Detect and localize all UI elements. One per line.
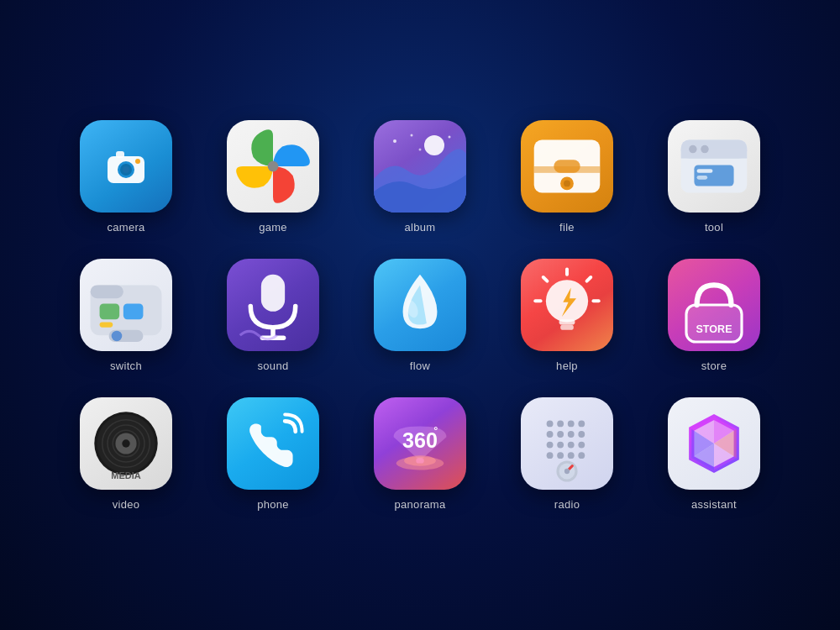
app-item-file[interactable]: file [517,120,617,234]
svg-rect-24 [697,176,708,180]
app-item-tool[interactable]: tool [664,120,764,234]
svg-rect-23 [697,169,713,173]
camera-icon [101,141,151,192]
svg-point-72 [557,452,564,459]
svg-point-7 [424,135,444,155]
app-item-video[interactable]: MEDIA video [76,397,176,511]
album-icon [374,120,466,213]
flow-label: flow [410,360,430,372]
svg-rect-38 [560,324,574,329]
svg-line-40 [587,277,591,281]
svg-point-67 [547,441,554,448]
svg-point-71 [547,452,554,459]
sound-icon-wrapper [227,259,319,351]
svg-rect-27 [100,303,120,319]
app-item-assistant[interactable]: assistant [664,397,764,511]
album-label: album [405,221,436,234]
flow-icon-wrapper [374,259,466,351]
assistant-icon-wrapper [668,397,760,490]
svg-line-41 [543,277,548,281]
app-grid: camera game [59,103,781,528]
video-icon: MEDIA [80,397,172,490]
svg-point-9 [411,134,413,136]
file-icon-wrapper [521,120,613,213]
svg-point-61 [568,420,575,427]
radio-label: radio [554,498,580,511]
video-label: video [113,498,140,511]
flow-icon [374,259,466,351]
svg-point-60 [557,420,564,427]
app-item-album[interactable]: album [370,120,470,234]
phone-icon [227,397,319,490]
help-label: help [556,360,578,372]
svg-text:MEDIA: MEDIA [111,470,141,480]
svg-point-73 [568,452,575,459]
tool-icon [668,120,760,213]
svg-point-70 [578,441,585,448]
switch-icon [80,259,172,351]
svg-rect-28 [123,303,144,319]
phone-icon-wrapper [227,397,319,490]
svg-point-78 [564,468,570,473]
panorama-label: panorama [395,498,446,511]
camera-icon-wrapper [80,120,172,213]
svg-rect-14 [554,160,580,173]
file-label: file [559,221,575,234]
assistant-icon [668,397,760,490]
app-item-flow[interactable]: flow [370,259,470,372]
switch-icon-wrapper [80,259,172,351]
sound-icon [227,259,319,351]
svg-point-20 [689,144,696,152]
app-item-help[interactable]: help [517,259,617,372]
app-item-panorama[interactable]: 360 ° panorama [370,397,470,511]
svg-point-66 [578,431,585,438]
tool-label: tool [705,221,723,234]
svg-point-63 [547,431,554,438]
album-icon-wrapper [374,120,466,213]
svg-rect-58 [416,458,423,463]
svg-point-21 [701,144,708,152]
svg-point-8 [393,139,396,143]
help-icon-wrapper [521,259,613,351]
svg-rect-29 [100,322,113,327]
app-item-store[interactable]: STORE store [664,259,764,372]
camera-label: camera [107,221,144,234]
radio-icon-wrapper [521,397,613,490]
svg-point-62 [578,420,585,427]
app-item-sound[interactable]: sound [223,259,323,372]
app-item-radio[interactable]: radio [517,397,617,511]
svg-rect-37 [559,319,575,324]
store-icon-wrapper: STORE [668,259,760,351]
store-label: store [701,360,727,372]
video-icon-wrapper: MEDIA [80,397,172,490]
svg-point-6 [268,160,279,171]
svg-point-5 [135,159,140,164]
svg-point-68 [557,441,564,448]
assistant-label: assistant [691,498,737,511]
svg-point-31 [112,330,123,341]
svg-rect-32 [261,274,285,311]
svg-text:STORE: STORE [696,323,732,335]
svg-text:360: 360 [402,428,438,451]
svg-text:°: ° [433,425,438,437]
svg-point-59 [547,420,554,427]
svg-rect-4 [116,151,124,158]
file-icon [521,120,613,213]
game-icon [227,120,319,213]
game-icon-wrapper [227,120,319,213]
app-item-switch[interactable]: switch [76,259,176,372]
svg-point-10 [419,148,422,150]
svg-point-64 [557,431,564,438]
switch-label: switch [110,360,142,372]
radio-icon [521,397,613,490]
svg-rect-26 [91,285,123,298]
svg-point-74 [578,452,585,459]
app-item-camera[interactable]: camera [76,120,176,234]
tool-icon-wrapper [668,120,760,213]
app-item-game[interactable]: game [223,120,323,234]
help-icon [521,259,613,351]
sound-label: sound [258,360,289,372]
app-item-phone[interactable]: phone [223,397,323,511]
panorama-icon-wrapper: 360 ° [374,397,466,490]
svg-point-52 [122,439,129,447]
